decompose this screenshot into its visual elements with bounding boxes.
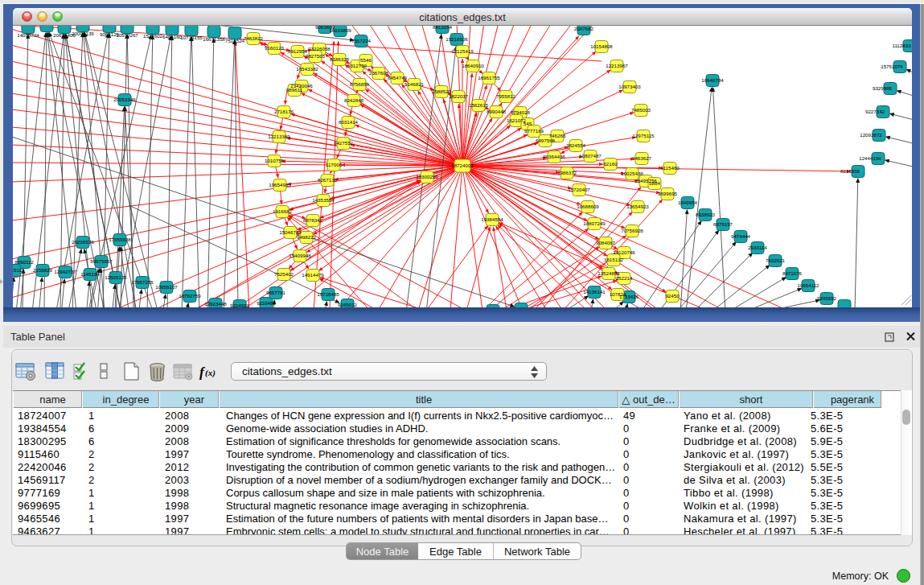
svg-text:14136141: 14136141 — [583, 289, 606, 295]
svg-text:9115460: 9115460 — [660, 165, 680, 171]
svg-text:26206576: 26206576 — [72, 239, 94, 245]
svg-text:6497568: 6497568 — [536, 138, 556, 143]
svg-text:3822037: 3822037 — [449, 93, 469, 99]
svg-text:2367608: 2367608 — [369, 70, 389, 76]
svg-text:9329966: 9329966 — [873, 85, 893, 91]
svg-text:8813054: 8813054 — [433, 26, 453, 30]
svg-text:16648784: 16648784 — [701, 77, 724, 83]
svg-text:62160: 62160 — [603, 161, 618, 167]
svg-text:10973403: 10973403 — [618, 84, 641, 89]
svg-text:1145194: 1145194 — [80, 271, 100, 277]
svg-text:23226058: 23226058 — [308, 46, 331, 51]
svg-text:8471676: 8471676 — [782, 270, 803, 276]
svg-text:9146821: 9146821 — [405, 81, 425, 87]
svg-text:16961755: 16961755 — [478, 75, 500, 80]
svg-text:8186328: 8186328 — [330, 56, 350, 62]
svg-text:8938923: 8938923 — [696, 212, 716, 217]
svg-text:7463822: 7463822 — [244, 35, 264, 41]
svg-text:8242848: 8242848 — [344, 97, 364, 103]
svg-text:8912954: 8912954 — [288, 48, 308, 54]
svg-text:9245012: 9245012 — [338, 302, 358, 307]
svg-text:12505135: 12505135 — [105, 274, 127, 280]
svg-text:9498222: 9498222 — [297, 234, 317, 240]
svg-text:16033809: 16033809 — [329, 27, 351, 33]
svg-text:15409948: 15409948 — [289, 253, 311, 258]
svg-text:6466160: 6466160 — [162, 34, 183, 39]
svg-text:9794028: 9794028 — [511, 109, 531, 115]
svg-text:19218506: 19218506 — [446, 36, 468, 42]
svg-text:17359938: 17359938 — [109, 237, 131, 242]
svg-text:19654985: 19654985 — [269, 182, 291, 187]
svg-text:117006: 117006 — [326, 162, 343, 167]
svg-text:12093872: 12093872 — [860, 132, 882, 138]
svg-text:10688609: 10688609 — [577, 204, 599, 209]
svg-text:13654923: 13654923 — [626, 204, 649, 209]
svg-text:16543382: 16543382 — [296, 66, 318, 72]
svg-text:7955812: 7955812 — [496, 93, 516, 99]
svg-text:14055724: 14055724 — [17, 32, 39, 38]
svg-text:2087682: 2087682 — [574, 26, 594, 31]
svg-text:12213369: 12213369 — [268, 134, 290, 139]
svg-text:20364436: 20364436 — [543, 154, 565, 159]
svg-text:9312750: 9312750 — [347, 63, 368, 68]
svg-text:3824554: 3824554 — [566, 142, 586, 148]
svg-text:18300295: 18300295 — [416, 174, 438, 179]
svg-text:2718176: 2718176 — [274, 109, 294, 114]
svg-text:989611: 989611 — [286, 87, 303, 93]
svg-text:12213967: 12213967 — [606, 63, 628, 68]
svg-text:1112833: 1112833 — [892, 43, 911, 48]
svg-text:5884: 5884 — [649, 180, 660, 186]
svg-text:10782759: 10782759 — [179, 293, 201, 299]
svg-text:12942737: 12942737 — [54, 269, 76, 274]
svg-text:10807487: 10807487 — [579, 153, 602, 159]
svg-text:15751074: 15751074 — [881, 64, 903, 69]
svg-text:8031414: 8031414 — [339, 119, 359, 125]
svg-text:1562615: 1562615 — [469, 102, 489, 108]
svg-text:1640954: 1640954 — [678, 200, 698, 205]
svg-text:12444194: 12444194 — [859, 155, 881, 161]
svg-text:107824: 107824 — [610, 291, 626, 297]
svg-text:12975115: 12975115 — [632, 133, 655, 138]
svg-text:10553267: 10553267 — [116, 32, 138, 38]
svg-text:10025438: 10025438 — [621, 171, 643, 176]
svg-text:9160123: 9160123 — [265, 45, 285, 51]
svg-text:17957255: 17957255 — [131, 279, 154, 285]
svg-text:9699695: 9699695 — [658, 191, 678, 196]
svg-text:1010755: 1010755 — [265, 158, 285, 163]
svg-text:9227342: 9227342 — [865, 109, 885, 114]
svg-text:7485003: 7485003 — [631, 107, 651, 113]
svg-text:19384554: 19384554 — [481, 216, 503, 222]
svg-text:7515524: 7515524 — [225, 38, 245, 43]
svg-text:9134556: 9134556 — [511, 306, 532, 307]
svg-text:7357224: 7357224 — [351, 38, 372, 43]
svg-text:7986372: 7986372 — [557, 170, 577, 175]
svg-text:7625402: 7625402 — [274, 271, 294, 277]
svg-text:1615132: 1615132 — [604, 257, 624, 262]
svg-text:90975867: 90975867 — [90, 258, 113, 264]
svg-text:3915111: 3915111 — [13, 267, 24, 273]
svg-text:18807249: 18807249 — [583, 220, 606, 226]
svg-text:9777169: 9777169 — [524, 128, 544, 134]
svg-text:9245652: 9245652 — [817, 295, 837, 301]
svg-text:545: 545 — [524, 121, 532, 126]
svg-text:12923448: 12923448 — [204, 301, 227, 307]
svg-text:14120746: 14120746 — [613, 249, 635, 255]
svg-text:9110460: 9110460 — [257, 300, 276, 306]
svg-text:15720407: 15720407 — [568, 187, 590, 192]
svg-text:8215958: 8215958 — [840, 168, 860, 174]
svg-text:8454749: 8454749 — [388, 75, 408, 80]
svg-text:10958107: 10958107 — [155, 284, 178, 290]
svg-text:92450: 92450 — [665, 293, 680, 299]
svg-text:14914479: 14914479 — [302, 272, 324, 278]
svg-text:10154808: 10154808 — [590, 43, 613, 49]
svg-text:8756858: 8756858 — [350, 81, 370, 87]
svg-text:252214: 252214 — [616, 275, 633, 281]
svg-text:15716485: 15716485 — [317, 291, 339, 297]
svg-text:18724007: 18724007 — [451, 163, 474, 168]
svg-text:12125419: 12125419 — [451, 48, 474, 54]
svg-text:16671358: 16671358 — [203, 36, 225, 42]
svg-text:20093139: 20093139 — [72, 31, 94, 36]
svg-text:14353594: 14353594 — [312, 197, 335, 203]
svg-text:2156829: 2156829 — [33, 267, 53, 273]
svg-text:9827503: 9827503 — [306, 53, 326, 59]
